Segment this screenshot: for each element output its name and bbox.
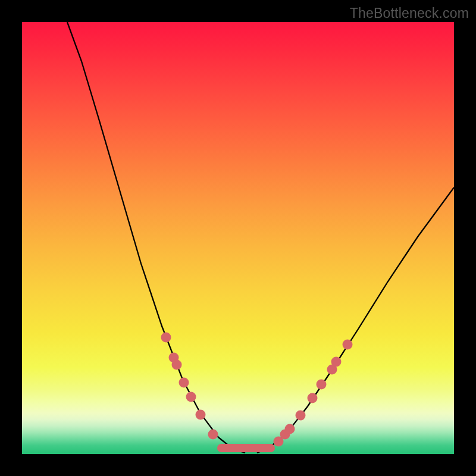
dot-left-dots [196, 410, 206, 420]
dot-right-dots [331, 357, 342, 367]
scatter-dots [161, 333, 353, 447]
dot-right-dots [343, 340, 353, 350]
dot-left-dots [186, 392, 196, 402]
chart-plot-area [22, 22, 454, 454]
dot-right-dots [308, 393, 318, 403]
dot-right-dots [317, 380, 327, 390]
chart-svg [22, 22, 454, 454]
chart-outer: TheBottleneck.com [0, 0, 476, 476]
dot-left-dots [161, 333, 171, 343]
dot-left-dots [179, 378, 189, 388]
series-lines [67, 22, 454, 453]
series-right-curve [257, 187, 454, 453]
dot-left-dots [172, 360, 182, 370]
watermark-text: TheBottleneck.com [350, 5, 469, 21]
dot-right-dots [296, 411, 306, 421]
dot-right-dots [285, 424, 295, 434]
dot-left-dots [208, 430, 218, 440]
series-left-curve [67, 22, 245, 453]
